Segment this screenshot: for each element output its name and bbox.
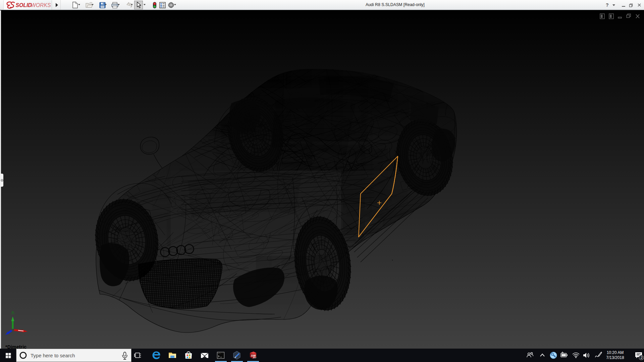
svg-text:?: ? xyxy=(606,2,609,8)
svg-text:WORKS: WORKS xyxy=(31,2,51,8)
svg-text:SOLID: SOLID xyxy=(16,2,32,8)
svg-text:2: 2 xyxy=(641,356,643,360)
svg-text:C:\_: C:\_ xyxy=(218,353,221,354)
svg-text:2017: 2017 xyxy=(253,357,257,359)
